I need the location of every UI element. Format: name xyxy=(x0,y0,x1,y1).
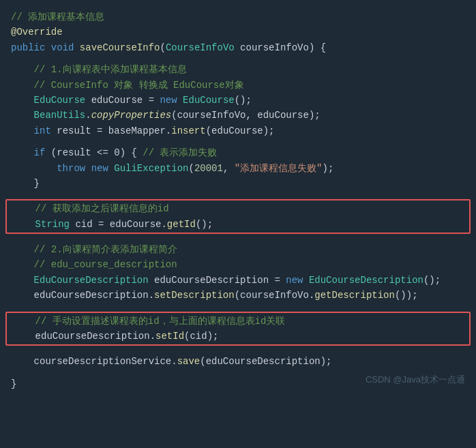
line-21: // edu_course_description xyxy=(0,257,476,272)
line-1-content: // 添加课程基本信息 xyxy=(11,10,465,25)
code-container: // 添加课程基本信息 @Override public void saveCo… xyxy=(0,7,476,394)
empty-line-3 xyxy=(0,191,476,198)
empty-line-4 xyxy=(0,235,476,242)
empty-line-1 xyxy=(0,55,476,62)
highlight-box-1: // 获取添加之后课程信息的id String cid = eduCourse.… xyxy=(5,199,471,234)
line-16: // 获取添加之后课程信息的id xyxy=(12,201,464,216)
line-7-content: EduCourse eduCourse = new EduCourse(); xyxy=(11,93,465,108)
line-8: BeanUtils.copyProperties(courseInfoVo, e… xyxy=(0,108,476,123)
line-13: } xyxy=(0,176,476,191)
line-27-content: eduCourseDescription.setId(cid); xyxy=(12,329,464,344)
line-20: // 2.向课程简介表添加课程简介 xyxy=(0,242,476,257)
line-12: throw new GuliException(20001, "添加课程信息失败… xyxy=(0,161,476,176)
empty-line-6 xyxy=(0,347,476,354)
line-5: // 1.向课程表中添加课程基本信息 xyxy=(0,62,476,77)
line-17-content: String cid = eduCourse.getId(); xyxy=(12,217,464,232)
line-26: // 手动设置描述课程表的id，与上面的课程信息表id关联 xyxy=(12,314,464,329)
line-3: public void saveCourseInfo(CourseInfoVo … xyxy=(0,40,476,55)
line-1: // 添加课程基本信息 xyxy=(0,10,476,25)
line-3-content: public void saveCourseInfo(CourseInfoVo … xyxy=(11,40,465,55)
line-27: eduCourseDescription.setId(cid); xyxy=(12,329,464,344)
empty-line-5 xyxy=(0,303,476,310)
line-2: @Override xyxy=(0,25,476,40)
line-7: EduCourse eduCourse = new EduCourse(); xyxy=(0,93,476,108)
line-9-content: int result = baseMapper.insert(eduCourse… xyxy=(11,123,465,138)
line-12-content: throw new GuliException(20001, "添加课程信息失败… xyxy=(11,161,465,176)
line-8-content: BeanUtils.copyProperties(courseInfoVo, e… xyxy=(11,108,465,123)
empty-line-2 xyxy=(0,138,476,145)
line-20-content: // 2.向课程简介表添加课程简介 xyxy=(11,242,465,257)
line-30-content: courseDescriptionService.save(eduCourseD… xyxy=(11,354,465,369)
line-17: String cid = eduCourse.getId(); xyxy=(12,217,464,232)
line-6: // CourseInfo 对象 转换成 EduCourse对象 xyxy=(0,78,476,93)
line-11: if (result <= 0) { // 表示添加失败 xyxy=(0,145,476,160)
line-9: int result = baseMapper.insert(eduCourse… xyxy=(0,123,476,138)
highlight-box-2: // 手动设置描述课程表的id，与上面的课程信息表id关联 eduCourseD… xyxy=(5,312,471,346)
line-23-content: eduCourseDescription.setDescription(cour… xyxy=(11,288,465,303)
line-2-content: @Override xyxy=(11,25,465,40)
line-11-content: if (result <= 0) { // 表示添加失败 xyxy=(11,145,465,160)
line-22-content: EduCourseDescription eduCourseDescriptio… xyxy=(11,273,465,288)
line-6-content: // CourseInfo 对象 转换成 EduCourse对象 xyxy=(11,78,465,93)
line-30: courseDescriptionService.save(eduCourseD… xyxy=(0,354,476,369)
line-23: eduCourseDescription.setDescription(cour… xyxy=(0,288,476,303)
line-22: EduCourseDescription eduCourseDescriptio… xyxy=(0,273,476,288)
line-21-content: // edu_course_description xyxy=(11,257,465,272)
line-16-content: // 获取添加之后课程信息的id xyxy=(12,201,464,216)
watermark: CSDN @Java技术一点通 xyxy=(366,373,465,387)
line-13-content: } xyxy=(11,176,465,191)
line-26-content: // 手动设置描述课程表的id，与上面的课程信息表id关联 xyxy=(12,314,464,329)
line-5-content: // 1.向课程表中添加课程基本信息 xyxy=(11,62,465,77)
